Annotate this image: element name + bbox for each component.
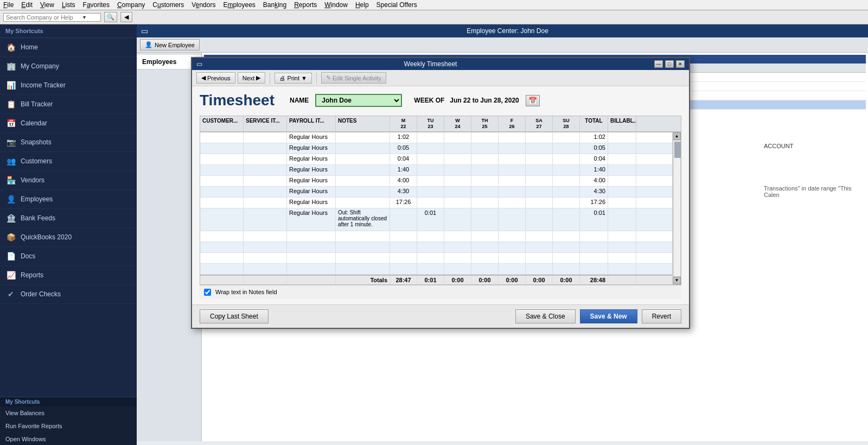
ts-edit-single-button[interactable]: ✎ Edit Single Activity [321, 72, 386, 84]
ts-revert-button[interactable]: Revert [642, 309, 681, 323]
ts-cell-notes[interactable] [336, 132, 390, 143]
ts-cell-sa[interactable] [526, 143, 553, 154]
table-row[interactable] [200, 264, 672, 275]
ts-cell-w[interactable] [444, 208, 471, 231]
ts-cell-tu[interactable] [417, 187, 444, 197]
ts-scroll-down-button[interactable]: ▼ [673, 277, 681, 284]
ts-cell-w[interactable] [444, 165, 471, 175]
sidebar-item-bill-tracker[interactable]: 📋 Bill Tracker [0, 95, 137, 114]
ec-minimize-icon[interactable]: ▭ [141, 27, 148, 35]
menu-banking[interactable]: Banking [263, 1, 286, 9]
ts-cell-payroll[interactable]: Regular Hours [287, 176, 336, 186]
menu-reports[interactable]: Reports [294, 1, 317, 9]
sidebar-item-income-tracker[interactable]: 📊 Income Tracker [0, 76, 137, 95]
sidebar-item-vendors[interactable]: 🏪 Vendors [0, 171, 137, 190]
ts-cell-empty[interactable] [336, 242, 390, 252]
ts-close-button[interactable]: ✕ [676, 60, 685, 68]
ts-cell-empty[interactable] [390, 264, 417, 274]
ts-cell-f[interactable] [499, 165, 526, 175]
table-row[interactable]: Regular Hours 1:02 1:02 [200, 132, 672, 143]
ts-cell-m[interactable]: 17:26 [390, 198, 417, 208]
ts-cell-customer[interactable] [200, 132, 244, 143]
ts-cell-th[interactable] [471, 154, 499, 164]
ts-cell-empty[interactable] [244, 242, 287, 252]
ts-cell-tu[interactable]: 0:01 [417, 208, 444, 231]
ts-cell-su[interactable] [553, 154, 580, 164]
ts-cell-empty[interactable] [417, 264, 444, 274]
ts-scrollbar[interactable]: ▲ ▼ [672, 132, 681, 284]
table-row[interactable] [200, 253, 672, 264]
ts-cell-empty[interactable] [526, 264, 553, 274]
ts-cell-notes[interactable] [336, 154, 390, 164]
ts-cell-total[interactable]: 0:05 [580, 143, 608, 154]
ts-cell-sa[interactable] [526, 165, 553, 175]
ts-cell-empty[interactable] [287, 253, 336, 263]
sidebar-footer-run-reports[interactable]: Run Favorite Reports [0, 419, 137, 433]
sidebar-item-home[interactable]: 🏠 Home [0, 38, 137, 57]
ts-calendar-button[interactable]: 📅 [526, 95, 540, 106]
ts-cell-notes[interactable] [336, 187, 390, 197]
ts-cell-empty[interactable] [553, 242, 580, 252]
sidebar-item-snapshots[interactable]: 📷 Snapshots [0, 133, 137, 152]
ts-cell-service[interactable] [244, 165, 287, 175]
ts-cell-empty[interactable] [608, 242, 636, 252]
menu-file[interactable]: File [3, 1, 14, 9]
ts-cell-th[interactable] [471, 198, 499, 208]
ts-cell-empty[interactable] [444, 264, 471, 274]
ts-cell-w[interactable] [444, 154, 471, 164]
ts-cell-su[interactable] [553, 208, 580, 231]
ts-cell-total[interactable]: 1:40 [580, 165, 608, 175]
ts-cell-th[interactable] [471, 143, 499, 154]
ts-cell-payroll[interactable]: Regular Hours [287, 198, 336, 208]
new-employee-button[interactable]: 👤 New Employee [140, 39, 200, 50]
ts-cell-w[interactable] [444, 132, 471, 143]
ts-cell-service[interactable] [244, 176, 287, 186]
ts-cell-service[interactable] [244, 132, 287, 143]
ts-cell-billable[interactable] [608, 154, 636, 164]
ts-cell-empty[interactable] [287, 242, 336, 252]
ts-cell-th[interactable] [471, 187, 499, 197]
ts-cell-f[interactable] [499, 176, 526, 186]
ts-cell-tu[interactable] [417, 143, 444, 154]
menu-lists[interactable]: Lists [62, 1, 75, 9]
ts-cell-empty[interactable] [499, 253, 526, 263]
ts-cell-service[interactable] [244, 187, 287, 197]
menu-vendors[interactable]: Vendors [192, 1, 215, 9]
ts-cell-empty[interactable] [499, 242, 526, 252]
table-row[interactable]: Regular Hours 0:05 0:05 [200, 143, 672, 154]
ts-cell-billable[interactable] [608, 198, 636, 208]
ts-print-button[interactable]: 🖨 Print ▼ [275, 73, 312, 84]
ts-cell-sa[interactable] [526, 208, 553, 231]
ts-cell-billable[interactable] [608, 187, 636, 197]
ts-cell-service[interactable] [244, 154, 287, 164]
ts-cell-billable[interactable] [608, 132, 636, 143]
ts-cell-su[interactable] [553, 176, 580, 186]
ts-cell-customer[interactable] [200, 198, 244, 208]
menu-help[interactable]: Help [355, 1, 369, 9]
ts-cell-customer[interactable] [200, 187, 244, 197]
ts-cell-empty[interactable] [553, 264, 580, 274]
ts-cell-notes[interactable] [336, 198, 390, 208]
ts-cell-total[interactable]: 1:02 [580, 132, 608, 143]
sidebar-item-my-company[interactable]: 🏢 My Company [0, 57, 137, 76]
ts-cell-tu[interactable] [417, 198, 444, 208]
ts-cell-empty[interactable] [336, 253, 390, 263]
sidebar-footer-open-windows[interactable]: Open Windows [0, 433, 137, 445]
ts-scroll-up-button[interactable]: ▲ [673, 132, 681, 140]
ts-cell-empty[interactable] [580, 264, 608, 274]
ts-cell-billable[interactable] [608, 165, 636, 175]
sidebar-item-employees[interactable]: 👤 Employees [0, 190, 137, 209]
ts-cell-su[interactable] [553, 187, 580, 197]
ts-cell-m[interactable]: 1:40 [390, 165, 417, 175]
ts-cell-empty[interactable] [336, 264, 390, 274]
ts-cell-empty[interactable] [390, 231, 417, 241]
ts-cell-service[interactable] [244, 198, 287, 208]
ts-cell-empty[interactable] [526, 231, 553, 241]
ts-cell-empty[interactable] [580, 231, 608, 241]
ts-cell-total[interactable]: 4:00 [580, 176, 608, 186]
ts-cell-customer[interactable] [200, 154, 244, 164]
ts-cell-f[interactable] [499, 198, 526, 208]
ts-cell-billable[interactable] [608, 143, 636, 154]
ts-cell-empty[interactable] [553, 231, 580, 241]
ts-cell-f[interactable] [499, 208, 526, 231]
